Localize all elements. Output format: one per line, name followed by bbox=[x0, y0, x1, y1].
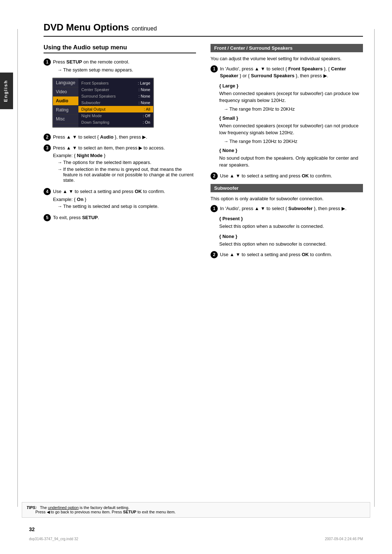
sub-step-2-content: Use ▲ ▼ to select a setting and press OK… bbox=[220, 251, 363, 258]
present-option-text: Select this option when a subwoofer is c… bbox=[219, 223, 363, 230]
step-1: 1 Press SETUP on the remote control. The… bbox=[44, 58, 196, 74]
menu-sidebar-language: Language bbox=[53, 78, 78, 87]
step-3-arrow2: If the selection in the menu is greyed o… bbox=[57, 167, 196, 183]
small-option-text: When connected speakers (except for subw… bbox=[219, 122, 363, 136]
page-number: 32 bbox=[29, 526, 35, 532]
step-1-arrow: The system setup menu appears. bbox=[57, 67, 196, 73]
side-line-left bbox=[17, 29, 18, 507]
step-3-text: Press ▲ ▼ to select an item, then press … bbox=[53, 145, 165, 151]
subwoofer-heading: Subwoofer bbox=[211, 184, 363, 192]
step-5-content: To exit, press SETUP. bbox=[53, 214, 196, 221]
step-1-content: Press SETUP on the remote control. The s… bbox=[53, 58, 196, 74]
none-option-label-front: { None } bbox=[219, 148, 363, 153]
none-option-label-sub: { None } bbox=[219, 234, 363, 239]
step-3: 3 Press ▲ ▼ to select an item, then pres… bbox=[44, 144, 196, 185]
right-step-1-text: In 'Audio', press ▲ ▼ to select { Front … bbox=[220, 66, 346, 79]
step-5-text: To exit, press SETUP. bbox=[53, 215, 99, 220]
none-option-text-front: No sound output from the speakers. Only … bbox=[219, 155, 363, 169]
menu-row-nightmode: Night Mode: Off bbox=[78, 112, 153, 119]
left-column: Using the Audio setup menu 1 Press SETUP… bbox=[44, 44, 196, 225]
present-option-label: { Present } bbox=[219, 216, 363, 221]
step-3-arrow1: The options for the selected item appear… bbox=[57, 160, 196, 165]
two-col-layout: Using the Audio setup menu 1 Press SETUP… bbox=[44, 44, 363, 262]
step-3-example: Example: { Night Mode } bbox=[53, 153, 196, 158]
side-line-right bbox=[374, 29, 375, 507]
right-step-1: 1 In 'Audio', press ▲ ▼ to select { Fron… bbox=[211, 65, 363, 79]
step-4-circle: 4 bbox=[44, 188, 51, 195]
small-option-block: { Small } When connected speakers (excep… bbox=[219, 115, 363, 144]
step-2: 2 Press ▲ ▼ to select { Audio }, then pr… bbox=[44, 134, 196, 141]
step-2-content: Press ▲ ▼ to select { Audio }, then pres… bbox=[53, 134, 196, 141]
large-option-text: When connected speakers (except for subw… bbox=[219, 90, 363, 104]
large-option-arrow: The range from 20Hz to 20KHz bbox=[224, 106, 363, 112]
step-4-text: Use ▲ ▼ to select a setting and press OK… bbox=[53, 189, 165, 194]
step-4: 4 Use ▲ ▼ to select a setting and press … bbox=[44, 188, 196, 210]
english-tab: English bbox=[0, 73, 13, 109]
right-step-2-content: Use ▲ ▼ to select a setting and press OK… bbox=[220, 172, 363, 180]
page-title: DVD Menu Options continued bbox=[44, 22, 363, 37]
step-4-example: Example: { On } bbox=[53, 197, 196, 202]
menu-screenshot: Language Video Audio Rating Misc Front S… bbox=[52, 78, 154, 128]
menu-row-center: Center Speaker: None bbox=[78, 86, 153, 93]
step-3-circle: 3 bbox=[44, 144, 51, 152]
menu-row-subwoofer: Subwoofer: None bbox=[78, 99, 153, 106]
main-content: DVD Menu Options continued Using the Aud… bbox=[44, 22, 363, 262]
front-surround-intro: You can adjust the volume level setting … bbox=[211, 55, 363, 62]
menu-sidebar: Language Video Audio Rating Misc bbox=[53, 78, 78, 127]
tips-bar: TIPS: The underlined option is the facto… bbox=[22, 502, 370, 518]
footer-left: dvp3146-3747_94_crg.indd 32 bbox=[29, 537, 78, 541]
tips-label: TIPS: bbox=[26, 505, 37, 510]
step-5: 5 To exit, press SETUP. bbox=[44, 214, 196, 221]
front-center-surround-heading: Front / Center / Surround Speakers bbox=[211, 44, 363, 52]
none-option-block-sub: { None } Select this option when no subw… bbox=[219, 234, 363, 248]
right-column: Front / Center / Surround Speakers You c… bbox=[211, 44, 363, 262]
sub-step-1-text: In 'Audio', press ▲ ▼ to select { Subwoo… bbox=[220, 206, 347, 211]
menu-sidebar-video: Video bbox=[53, 87, 78, 97]
left-section-heading: Using the Audio setup menu bbox=[44, 44, 196, 53]
step-2-circle: 2 bbox=[44, 134, 51, 141]
menu-sidebar-misc: Misc bbox=[53, 115, 78, 124]
sub-step-1: 1 In 'Audio', press ▲ ▼ to select { Subw… bbox=[211, 205, 363, 212]
step-4-content: Use ▲ ▼ to select a setting and press OK… bbox=[53, 188, 196, 210]
large-option-block: { Large } When connected speakers (excep… bbox=[219, 83, 363, 112]
step-5-circle: 5 bbox=[44, 214, 51, 221]
step-3-content: Press ▲ ▼ to select an item, then press … bbox=[53, 144, 196, 185]
menu-row-digital: Digital Output: All bbox=[78, 106, 153, 112]
menu-row-surround: Surround Speakers: None bbox=[78, 93, 153, 99]
menu-sidebar-audio: Audio bbox=[53, 97, 78, 106]
menu-sidebar-rating: Rating bbox=[53, 106, 78, 115]
right-step-2-text: Use ▲ ▼ to select a setting and press OK… bbox=[220, 173, 332, 178]
sub-step-2-circle: 2 bbox=[211, 251, 218, 258]
step-2-text: Press ▲ ▼ to select { Audio }, then pres… bbox=[53, 134, 147, 140]
present-option-block: { Present } Select this option when a su… bbox=[219, 216, 363, 230]
large-option-label: { Large } bbox=[219, 83, 363, 89]
small-option-label: { Small } bbox=[219, 115, 363, 121]
footer-right: 2007-09-04 2:24:46 PM bbox=[325, 537, 363, 541]
step-1-text: Press SETUP on the remote control. bbox=[53, 59, 129, 65]
sub-step-2-text: Use ▲ ▼ to select a setting and press OK… bbox=[220, 252, 332, 257]
step-4-arrow: The setting is selected and setup is com… bbox=[57, 204, 196, 209]
right-step-2: 2 Use ▲ ▼ to select a setting and press … bbox=[211, 172, 363, 180]
right-step-1-circle: 1 bbox=[211, 65, 218, 73]
menu-content-area: Front Speakers: Large Center Speaker: No… bbox=[78, 78, 153, 127]
menu-table-inner: Language Video Audio Rating Misc Front S… bbox=[53, 78, 153, 127]
menu-row-downsampling: Down Sampling: On bbox=[78, 119, 153, 126]
sub-step-1-content: In 'Audio', press ▲ ▼ to select { Subwoo… bbox=[220, 205, 363, 212]
step-1-circle: 1 bbox=[44, 58, 51, 66]
right-step-2-circle: 2 bbox=[211, 172, 218, 180]
sub-step-2: 2 Use ▲ ▼ to select a setting and press … bbox=[211, 251, 363, 258]
tips-underline: underlined option bbox=[48, 505, 78, 510]
page-container: English DVD Menu Options continued Using… bbox=[0, 0, 392, 554]
none-option-text-sub: Select this option when no subwoofer is … bbox=[219, 241, 363, 248]
none-option-block-front: { None } No sound output from the speake… bbox=[219, 148, 363, 169]
menu-row-front: Front Speakers: Large bbox=[78, 80, 153, 86]
right-step-1-content: In 'Audio', press ▲ ▼ to select { Front … bbox=[220, 65, 363, 79]
small-option-arrow: The range from 120Hz to 20KHz bbox=[224, 139, 363, 144]
subwoofer-intro: This option is only available for subwoo… bbox=[211, 195, 363, 202]
sub-step-1-circle: 1 bbox=[211, 205, 218, 212]
